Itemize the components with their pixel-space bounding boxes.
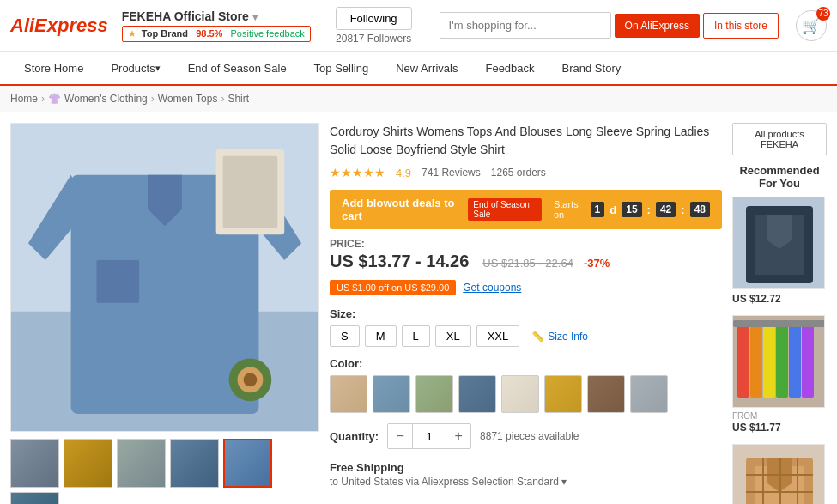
- countdown-section: End of Season Sale Starts on 1 d 15 : 42…: [468, 198, 710, 221]
- thumbnail-1[interactable]: [10, 439, 59, 488]
- breadcrumb-womens-clothing[interactable]: Women's Clothing: [64, 93, 148, 105]
- product-images: [10, 123, 319, 504]
- size-s[interactable]: S: [330, 325, 360, 347]
- quantity-row: Quantity: − + 8871 pieces available: [330, 423, 722, 449]
- rec-item-3[interactable]: US $11.97: [732, 444, 827, 504]
- search-aliexpress-button[interactable]: On AliExpress: [615, 14, 700, 38]
- header: AliExpress FEKEHA Official Store ▾ ★ Top…: [0, 0, 837, 52]
- qty-input[interactable]: [412, 424, 446, 448]
- breadcrumb-shirt[interactable]: Shirt: [227, 93, 249, 105]
- color-dark-blue[interactable]: [458, 375, 496, 413]
- color-beige[interactable]: [330, 375, 367, 413]
- ratings-row: ★★★★★ 4.9 741 Reviews 1265 orders: [330, 166, 722, 179]
- store-arrow[interactable]: ▾: [252, 11, 258, 23]
- get-coupons-link[interactable]: Get coupons: [463, 282, 521, 294]
- nav-top-selling[interactable]: Top Selling: [300, 51, 383, 85]
- breadcrumb-sep-3: ›: [221, 93, 224, 105]
- color-yellow[interactable]: [544, 375, 582, 413]
- countdown-seconds: 48: [690, 202, 710, 217]
- product-title: Corduroy Shirts Womens Tops And Blouses …: [330, 123, 722, 159]
- svg-rect-3: [96, 260, 139, 303]
- color-grey[interactable]: [630, 375, 668, 413]
- breadcrumb-sep-2: ›: [151, 93, 155, 105]
- countdown-hours: 15: [622, 202, 641, 217]
- shipping-section: Free Shipping to United States via Aliex…: [330, 461, 722, 488]
- rec-item-2[interactable]: FROM US $11.77: [732, 315, 827, 434]
- followers-count: 20817 Followers: [336, 33, 411, 45]
- shirt-svg: [11, 123, 318, 432]
- svg-rect-14: [750, 325, 762, 398]
- breadcrumb-home[interactable]: Home: [10, 93, 38, 105]
- countdown-sep-m: :: [681, 203, 684, 216]
- follow-button[interactable]: Following: [336, 7, 412, 30]
- shipping-detail[interactable]: to United States via Aliexpress Selectio…: [330, 476, 722, 488]
- qty-increase-button[interactable]: +: [446, 424, 470, 448]
- nav-bar: Store Home Products End of Season Sale T…: [0, 52, 837, 86]
- rec-price-1: US $12.72: [732, 293, 827, 305]
- countdown-sep-h: :: [647, 203, 651, 216]
- size-section: Size: S M L XL XXL 📏 Size Info: [330, 307, 722, 347]
- size-label: Size:: [330, 307, 722, 320]
- countdown-minutes: 42: [656, 202, 676, 217]
- search-store-button[interactable]: In this store: [703, 13, 779, 39]
- svg-rect-15: [763, 325, 775, 398]
- rec-image-2: [732, 315, 825, 408]
- thumbnail-2[interactable]: [64, 439, 112, 488]
- sale-banner[interactable]: Add blowout deals to cart End of Season …: [330, 190, 722, 229]
- countdown-sep-d: d: [610, 203, 616, 216]
- qty-control: − +: [387, 423, 471, 449]
- all-products-button[interactable]: All products FEKEHA: [732, 123, 827, 155]
- color-label: Color:: [330, 357, 722, 370]
- color-white[interactable]: [501, 375, 539, 413]
- badge-percentage: 98.5%: [196, 28, 222, 39]
- coupon-row: US $1.00 off on US $29.00 Get coupons: [330, 280, 722, 295]
- orders-count: 1265 orders: [491, 167, 546, 179]
- color-green[interactable]: [415, 375, 453, 413]
- main-image-placeholder: [11, 124, 318, 431]
- search-input[interactable]: [440, 12, 611, 39]
- countdown-days: 1: [591, 202, 605, 217]
- size-xl[interactable]: XL: [435, 325, 471, 347]
- rec-price-2: US $11.77: [732, 422, 827, 434]
- sidebar: All products FEKEHA Recommended For You …: [732, 123, 827, 504]
- recommended-title: Recommended For You: [732, 164, 827, 190]
- color-brown[interactable]: [587, 375, 625, 413]
- cart-icon[interactable]: 🛒 73: [796, 10, 827, 41]
- cart-badge-count: 73: [816, 7, 830, 21]
- size-xxl[interactable]: XXL: [476, 325, 520, 347]
- size-m[interactable]: M: [365, 325, 397, 347]
- svg-rect-18: [802, 325, 814, 398]
- color-blue-grey[interactable]: [373, 375, 410, 413]
- rec-item-1[interactable]: US $12.72: [732, 197, 827, 305]
- sale-badge: End of Season Sale: [468, 198, 542, 221]
- size-info-link[interactable]: 📏 Size Info: [531, 331, 588, 343]
- star-rating: ★★★★★: [330, 166, 385, 179]
- thumbnail-strip: [10, 439, 319, 504]
- product-details: Corduroy Shirts Womens Tops And Blouses …: [330, 123, 722, 504]
- breadcrumb-icon-clothing: 👚: [48, 93, 61, 105]
- nav-products[interactable]: Products: [97, 51, 173, 85]
- nav-brand-story[interactable]: Brand Story: [549, 51, 635, 85]
- thumbnail-5[interactable]: [223, 439, 272, 488]
- thumbnail-6[interactable]: [10, 492, 59, 504]
- current-price: US $13.77 - 14.26: [330, 252, 469, 271]
- main-product-image: [10, 123, 319, 432]
- rec-from-label-2: FROM: [732, 411, 827, 421]
- thumbnail-4[interactable]: [170, 439, 219, 488]
- qty-available-text: 8871 pieces available: [480, 430, 579, 442]
- svg-rect-17: [789, 325, 801, 398]
- breadcrumb-women-tops[interactable]: Women Tops: [158, 93, 218, 105]
- nav-feedback[interactable]: Feedback: [471, 51, 548, 85]
- svg-rect-13: [737, 325, 749, 398]
- thumbnail-3[interactable]: [117, 439, 166, 488]
- sale-banner-text: Add blowout deals to cart: [342, 197, 468, 222]
- aliexpress-logo: AliExpress: [10, 15, 108, 37]
- breadcrumb: Home › 👚 Women's Clothing › Women Tops ›…: [0, 86, 837, 112]
- nav-new-arrivals[interactable]: New Arrivals: [382, 51, 471, 85]
- size-l[interactable]: L: [402, 325, 430, 347]
- reviews-count[interactable]: 741 Reviews: [422, 167, 481, 179]
- nav-end-of-season[interactable]: End of Season Sale: [174, 51, 300, 85]
- nav-store-home[interactable]: Store Home: [10, 51, 97, 85]
- store-info: FEKEHA Official Store ▾ ★ Top Brand 98.5…: [122, 9, 318, 42]
- qty-decrease-button[interactable]: −: [388, 424, 412, 448]
